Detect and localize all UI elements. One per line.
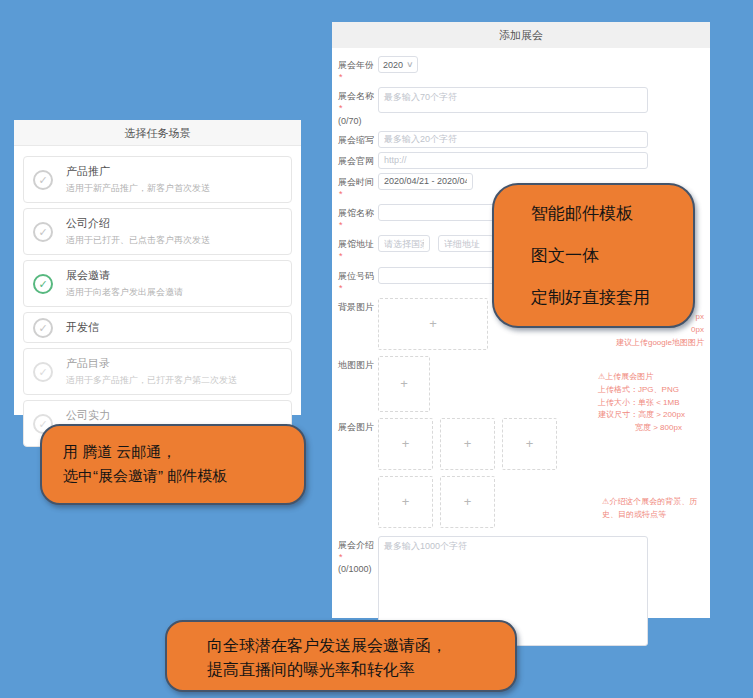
scenario-item-product-catalog[interactable]: ✓ 产品目录 适用于多产品推广，已打开客户第二次发送 [23, 348, 292, 395]
canvas: 选择任务场景 ✓ 产品推广 适用于新产品推广，新客户首次发送 ✓ 公司介绍 适用… [0, 0, 753, 698]
name-label: 展会名称* (0/70) [338, 87, 378, 126]
callout-line: 智能邮件模板 [531, 202, 693, 225]
name-textarea[interactable] [378, 87, 648, 113]
check-circle-icon: ✓ [33, 222, 53, 242]
address-label: 展馆地址* [338, 235, 378, 262]
photos-grid: + + + + + [378, 418, 557, 534]
row-year: 展会年份* 2020 ∨ [338, 56, 704, 83]
callout-line: 定制好直接套用 [531, 286, 693, 309]
plus-icon: + [429, 316, 437, 331]
plus-icon: + [402, 436, 410, 451]
scenario-item-subtitle: 适用于新产品推广，新客户首次发送 [66, 182, 283, 195]
scenario-list: ✓ 产品推广 适用于新产品推广，新客户首次发送 ✓ 公司介绍 适用于已打开、已点… [14, 146, 301, 447]
abbr-label: 展会缩写 [338, 131, 378, 148]
required-mark: * [339, 189, 343, 199]
row-name: 展会名称* (0/70) [338, 87, 704, 126]
scenario-item-subtitle: 适用于已打开、已点击客户再次发送 [66, 234, 283, 247]
scenario-item-subtitle: 适用于向老客户发出展会邀请 [66, 286, 283, 299]
photos-label: 展会图片 [338, 418, 378, 534]
callout-select-template: 用 腾道 云邮通， 选中“展会邀请” 邮件模板 [40, 424, 306, 505]
website-input-group[interactable]: http:// [378, 152, 648, 169]
website-label: 展会官网 [338, 152, 378, 169]
callout-line: 提高直播间的曝光率和转化率 [207, 658, 515, 682]
map-image-upload[interactable]: + [378, 356, 430, 412]
plus-icon: + [526, 436, 534, 451]
callout-line: 用 腾道 云邮通， [63, 440, 304, 464]
scenario-item-product-promo[interactable]: ✓ 产品推广 适用于新产品推广，新客户首次发送 [23, 156, 292, 203]
required-mark: * [339, 283, 343, 293]
intro-hint: ⚠介绍这个展会的背景、历史、目的或特点等 [602, 496, 706, 522]
photo-upload[interactable]: + [378, 476, 433, 528]
website-input[interactable] [411, 154, 647, 167]
plus-icon: + [402, 494, 410, 509]
plus-icon: + [400, 376, 408, 391]
scenario-item-title: 展会邀请 [66, 268, 283, 283]
scenario-item-title: 公司介绍 [66, 216, 283, 231]
scenario-panel: 选择任务场景 ✓ 产品推广 适用于新产品推广，新客户首次发送 ✓ 公司介绍 适用… [14, 120, 301, 415]
scenario-item-dev-letter[interactable]: ✓ 开发信 [23, 312, 292, 343]
check-circle-icon: ✓ [33, 362, 53, 382]
scenario-item-title: 产品推广 [66, 164, 283, 179]
abbr-input[interactable] [378, 131, 648, 148]
hall-label: 展馆名称* [338, 204, 378, 231]
form-body: 展会年份* 2020 ∨ 展会名称* (0/70) 展会缩写 展会官网 http… [332, 48, 710, 673]
check-circle-icon: ✓ [33, 318, 53, 338]
bg-image-label: 背景图片 [338, 298, 378, 350]
map-image-label: 地图图片 [338, 356, 378, 412]
photo-upload[interactable]: + [378, 418, 433, 470]
photo-upload[interactable]: + [440, 418, 495, 470]
check-circle-icon: ✓ [33, 170, 53, 190]
required-mark: * [339, 220, 343, 230]
time-range-input[interactable] [378, 173, 473, 190]
callout-line: 向全球潜在客户发送展会邀请函， [207, 634, 515, 658]
year-select[interactable]: 2020 ∨ [378, 56, 418, 73]
row-abbr: 展会缩写 [338, 131, 704, 148]
name-counter: (0/70) [338, 116, 362, 126]
url-prefix: http:// [379, 155, 411, 165]
required-mark: * [339, 72, 343, 82]
intro-counter: (0/1000) [338, 564, 372, 574]
photo-upload[interactable]: + [440, 476, 495, 528]
required-mark: * [339, 103, 343, 113]
photos-hint: ⚠上传展会图片 上传格式：JPG、PNG 上传大小：单张 < 1MB 建议尺寸：… [598, 371, 706, 435]
booth-label: 展位号码* [338, 267, 378, 294]
detail-address-input[interactable] [438, 235, 494, 252]
callout-send-invitation: 向全球潜在客户发送展会邀请函， 提高直播间的曝光率和转化率 [165, 620, 517, 692]
callout-line: 选中“展会邀请” 邮件模板 [63, 464, 304, 488]
country-select-input[interactable] [378, 235, 430, 252]
check-circle-icon-selected: ✓ [33, 274, 53, 294]
required-mark: * [339, 552, 343, 562]
callout-line: 图文一体 [531, 244, 693, 267]
plus-icon: + [464, 436, 472, 451]
form-title: 添加展会 [332, 22, 710, 48]
scenario-item-title: 公司实力 [66, 408, 283, 423]
plus-icon: + [464, 494, 472, 509]
row-website: 展会官网 http:// [338, 152, 704, 169]
scenario-item-subtitle: 适用于多产品推广，已打开客户第二次发送 [66, 374, 283, 387]
scenario-item-title: 产品目录 [66, 356, 283, 371]
time-label: 展会时间* [338, 173, 378, 200]
scenario-panel-title: 选择任务场景 [14, 120, 301, 146]
year-value: 2020 [383, 60, 403, 70]
photo-upload[interactable]: + [502, 418, 557, 470]
scenario-item-exhibition-invite[interactable]: ✓ 展会邀请 适用于向老客户发出展会邀请 [23, 260, 292, 307]
year-label: 展会年份* [338, 56, 378, 83]
bg-image-upload[interactable]: + [378, 298, 488, 350]
callout-smart-template: 智能邮件模板 图文一体 定制好直接套用 [492, 183, 695, 328]
scenario-item-company-intro[interactable]: ✓ 公司介绍 适用于已打开、已点击客户再次发送 [23, 208, 292, 255]
scenario-item-title: 开发信 [66, 320, 283, 335]
chevron-down-icon: ∨ [406, 60, 414, 69]
required-mark: * [339, 251, 343, 261]
